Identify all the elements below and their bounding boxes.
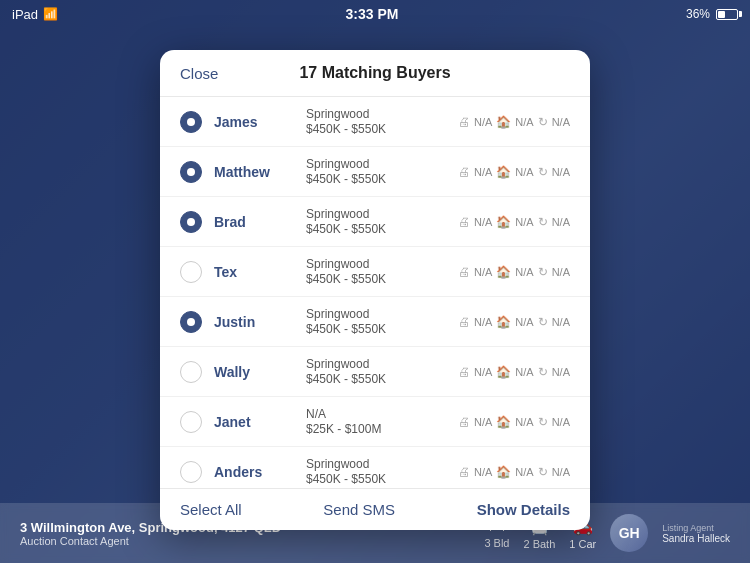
- stat-icon-0-james: 🖨: [458, 115, 470, 129]
- stat-val-2-tex: N/A: [552, 266, 570, 278]
- buyer-stats-janet: 🖨N/A🏠N/A↻N/A: [458, 415, 570, 429]
- buyer-price-matthew: $450K - $550K: [306, 172, 446, 186]
- stat-icon-0-tex: 🖨: [458, 265, 470, 279]
- modal-close-button[interactable]: Close: [180, 65, 240, 82]
- stat-icon-1-justin: 🏠: [496, 315, 511, 329]
- stat-val-1-james: N/A: [515, 116, 533, 128]
- buyer-stats-james: 🖨N/A🏠N/A↻N/A: [458, 115, 570, 129]
- stat-val-0-tex: N/A: [474, 266, 492, 278]
- buyer-item-anders[interactable]: AndersSpringwood$450K - $550K🖨N/A🏠N/A↻N/…: [160, 447, 590, 488]
- buyer-name-janet: Janet: [214, 414, 294, 430]
- stat-icon-2-justin: ↻: [538, 315, 548, 329]
- buyer-suburb-janet: N/A: [306, 407, 446, 421]
- stat-val-1-janet: N/A: [515, 416, 533, 428]
- buyer-price-brad: $450K - $550K: [306, 222, 446, 236]
- buyer-price-janet: $25K - $100M: [306, 422, 446, 436]
- stat-val-0-brad: N/A: [474, 216, 492, 228]
- buyer-price-justin: $450K - $550K: [306, 322, 446, 336]
- buyer-name-matthew: Matthew: [214, 164, 294, 180]
- stat-icon-0-brad: 🖨: [458, 215, 470, 229]
- show-details-button[interactable]: Show Details: [477, 501, 570, 518]
- modal-overlay: Close 17 Matching Buyers JamesSpringwood…: [0, 0, 750, 563]
- stat-val-1-justin: N/A: [515, 316, 533, 328]
- stat-val-1-anders: N/A: [515, 466, 533, 478]
- radio-janet[interactable]: [180, 411, 202, 433]
- buyer-name-wally: Wally: [214, 364, 294, 380]
- stat-icon-1-james: 🏠: [496, 115, 511, 129]
- buyer-item-justin[interactable]: JustinSpringwood$450K - $550K🖨N/A🏠N/A↻N/…: [160, 297, 590, 347]
- buyer-stats-anders: 🖨N/A🏠N/A↻N/A: [458, 465, 570, 479]
- radio-tex[interactable]: [180, 261, 202, 283]
- buyer-item-matthew[interactable]: MatthewSpringwood$450K - $550K🖨N/A🏠N/A↻N…: [160, 147, 590, 197]
- stat-icon-2-matthew: ↻: [538, 165, 548, 179]
- buyer-suburb-tex: Springwood: [306, 257, 446, 271]
- buyer-details-janet: N/A$25K - $100M: [306, 407, 446, 436]
- buyer-item-james[interactable]: JamesSpringwood$450K - $550K🖨N/A🏠N/A↻N/A: [160, 97, 590, 147]
- radio-anders[interactable]: [180, 461, 202, 483]
- stat-icon-2-anders: ↻: [538, 465, 548, 479]
- stat-val-1-wally: N/A: [515, 366, 533, 378]
- radio-james[interactable]: [180, 111, 202, 133]
- stat-val-2-brad: N/A: [552, 216, 570, 228]
- buyer-stats-tex: 🖨N/A🏠N/A↻N/A: [458, 265, 570, 279]
- stat-icon-2-brad: ↻: [538, 215, 548, 229]
- stat-val-2-matthew: N/A: [552, 166, 570, 178]
- stat-icon-0-wally: 🖨: [458, 365, 470, 379]
- buyer-item-brad[interactable]: BradSpringwood$450K - $550K🖨N/A🏠N/A↻N/A: [160, 197, 590, 247]
- buyer-suburb-justin: Springwood: [306, 307, 446, 321]
- buyer-name-brad: Brad: [214, 214, 294, 230]
- buyer-item-wally[interactable]: WallySpringwood$450K - $550K🖨N/A🏠N/A↻N/A: [160, 347, 590, 397]
- stat-val-2-anders: N/A: [552, 466, 570, 478]
- buyer-suburb-brad: Springwood: [306, 207, 446, 221]
- select-all-button[interactable]: Select All: [180, 501, 242, 518]
- modal-header: Close 17 Matching Buyers: [160, 50, 590, 97]
- stat-val-0-anders: N/A: [474, 466, 492, 478]
- stat-icon-1-anders: 🏠: [496, 465, 511, 479]
- stat-icon-0-janet: 🖨: [458, 415, 470, 429]
- buyer-item-janet[interactable]: JanetN/A$25K - $100M🖨N/A🏠N/A↻N/A: [160, 397, 590, 447]
- buyer-suburb-anders: Springwood: [306, 457, 446, 471]
- modal-title: 17 Matching Buyers: [240, 64, 510, 82]
- radio-justin[interactable]: [180, 311, 202, 333]
- buyer-stats-justin: 🖨N/A🏠N/A↻N/A: [458, 315, 570, 329]
- buyer-stats-brad: 🖨N/A🏠N/A↻N/A: [458, 215, 570, 229]
- modal-footer: Select All Send SMS Show Details: [160, 488, 590, 530]
- buyer-price-anders: $450K - $550K: [306, 472, 446, 486]
- matching-buyers-modal: Close 17 Matching Buyers JamesSpringwood…: [160, 50, 590, 530]
- stat-val-2-james: N/A: [552, 116, 570, 128]
- buyer-list[interactable]: JamesSpringwood$450K - $550K🖨N/A🏠N/A↻N/A…: [160, 97, 590, 488]
- buyer-stats-matthew: 🖨N/A🏠N/A↻N/A: [458, 165, 570, 179]
- stat-icon-1-tex: 🏠: [496, 265, 511, 279]
- buyer-name-justin: Justin: [214, 314, 294, 330]
- buyer-price-tex: $450K - $550K: [306, 272, 446, 286]
- stat-val-2-janet: N/A: [552, 416, 570, 428]
- buyer-suburb-james: Springwood: [306, 107, 446, 121]
- buyer-details-anders: Springwood$450K - $550K: [306, 457, 446, 486]
- buyer-details-james: Springwood$450K - $550K: [306, 107, 446, 136]
- stat-icon-0-anders: 🖨: [458, 465, 470, 479]
- buyer-suburb-matthew: Springwood: [306, 157, 446, 171]
- stat-val-0-justin: N/A: [474, 316, 492, 328]
- stat-icon-0-justin: 🖨: [458, 315, 470, 329]
- stat-val-0-wally: N/A: [474, 366, 492, 378]
- buyer-name-james: James: [214, 114, 294, 130]
- buyer-price-james: $450K - $550K: [306, 122, 446, 136]
- radio-wally[interactable]: [180, 361, 202, 383]
- buyer-details-wally: Springwood$450K - $550K: [306, 357, 446, 386]
- stat-val-2-wally: N/A: [552, 366, 570, 378]
- stat-val-1-tex: N/A: [515, 266, 533, 278]
- radio-brad[interactable]: [180, 211, 202, 233]
- buyer-details-matthew: Springwood$450K - $550K: [306, 157, 446, 186]
- buyer-price-wally: $450K - $550K: [306, 372, 446, 386]
- buyer-details-justin: Springwood$450K - $550K: [306, 307, 446, 336]
- buyer-item-tex[interactable]: TexSpringwood$450K - $550K🖨N/A🏠N/A↻N/A: [160, 247, 590, 297]
- buyer-details-tex: Springwood$450K - $550K: [306, 257, 446, 286]
- stat-val-0-janet: N/A: [474, 416, 492, 428]
- buyer-stats-wally: 🖨N/A🏠N/A↻N/A: [458, 365, 570, 379]
- stat-icon-1-matthew: 🏠: [496, 165, 511, 179]
- buyer-suburb-wally: Springwood: [306, 357, 446, 371]
- stat-icon-1-janet: 🏠: [496, 415, 511, 429]
- stat-icon-2-wally: ↻: [538, 365, 548, 379]
- radio-matthew[interactable]: [180, 161, 202, 183]
- send-sms-button[interactable]: Send SMS: [323, 501, 395, 518]
